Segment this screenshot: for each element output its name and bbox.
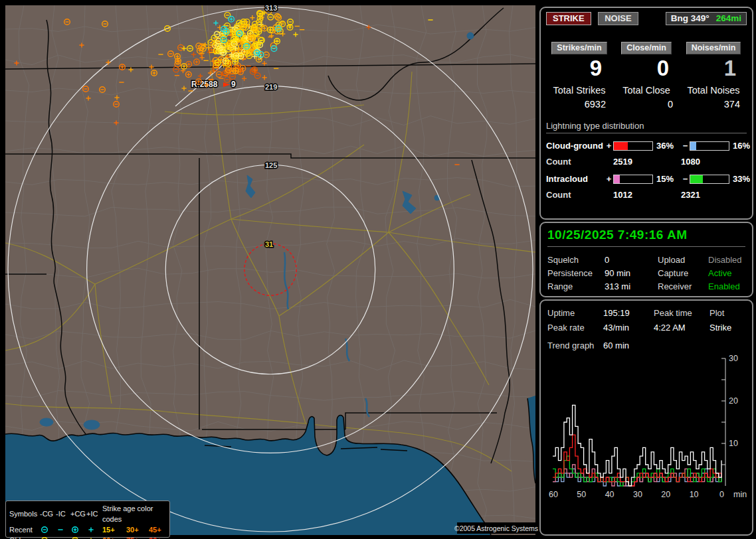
cloud-ground-label: Cloud-ground <box>546 141 605 151</box>
date-time-display: 10/25/2025 7:49:16 AM <box>547 228 745 247</box>
intracloud-count-row: Count 1012 2321 <box>546 190 747 200</box>
cloud-ground-count-row: Count 2519 1080 <box>546 157 747 167</box>
status-row: Range 313 mi Receiver Enabled <box>547 280 745 293</box>
legend-age-75: 75+ <box>126 535 149 539</box>
session-row: Peak rate 43/min 4:22 AM Strike <box>547 321 745 335</box>
session-panel: Uptime 195:19 Peak time Plot Peak rate 4… <box>539 299 753 536</box>
noises-column: Noises/min 1 Total Noises 374 <box>680 41 747 110</box>
close-per-min-label: Close/min <box>621 42 672 54</box>
legend-row-recent-label: Recent <box>9 524 40 535</box>
pos-ic-bar <box>613 175 653 184</box>
svg-text:30: 30 <box>633 490 642 499</box>
map-canvas[interactable]: R-2588931125219313 <box>5 5 535 535</box>
lightning-map[interactable]: R-2588931125219313 Symbols -CG -IC +CG +… <box>5 5 535 535</box>
count-label: Count <box>546 157 613 167</box>
upload-label: Upload <box>658 254 708 267</box>
minus-icon <box>56 535 70 539</box>
plot-label: Plot <box>709 306 745 321</box>
plus-sign: + <box>605 141 613 151</box>
neg-cg-percent: 16% <box>729 141 756 151</box>
capture-label: Capture <box>658 267 708 280</box>
neg-ic-percent: 33% <box>729 174 756 184</box>
svg-text:10: 10 <box>729 439 738 448</box>
ring-label-31: 31 <box>265 240 273 248</box>
trend-graph-chart: 3020106050403020100min <box>547 352 747 518</box>
pos-cg-bar <box>613 141 653 151</box>
legend-age-90: 90+ <box>149 535 170 539</box>
svg-text:50: 50 <box>577 490 586 499</box>
bearing-readout: Bng 349°264mi <box>666 12 747 25</box>
legend-age-30: 30+ <box>126 524 149 535</box>
upload-value: Disabled <box>708 254 745 267</box>
receiver-value: Enabled <box>708 280 745 293</box>
uptime-label: Uptime <box>547 306 603 321</box>
noises-per-min-value: 1 <box>680 57 747 80</box>
noise-toggle-button[interactable]: NOISE <box>598 12 638 25</box>
peak-rate-value: 43/min <box>603 321 654 335</box>
range-value: 313 mi <box>605 280 658 293</box>
strikes-per-min-value: 9 <box>546 57 613 80</box>
svg-text:20: 20 <box>661 490 670 499</box>
neg-ic-bar <box>690 175 729 184</box>
trend-x-labels: 6050403020100min <box>549 490 747 499</box>
uptime-value: 195:19 <box>603 306 654 321</box>
storm-cell-label: R-2588 <box>191 80 218 89</box>
svg-text:40: 40 <box>605 490 614 499</box>
svg-text:0: 0 <box>719 490 724 499</box>
ring-label-219: 219 <box>265 83 277 91</box>
ring-label-125: 125 <box>265 161 277 169</box>
svg-text:60: 60 <box>549 490 558 499</box>
plot-value: Strike <box>709 321 745 335</box>
pos-cg-percent: 36% <box>653 141 681 151</box>
cloud-ground-row: Cloud-ground + 36% − 16% <box>546 141 747 151</box>
intracloud-row: Intracloud + 15% − 33% <box>546 174 747 184</box>
minus-sign: − <box>681 174 690 184</box>
strikes-per-min-label: Strikes/min <box>551 42 607 54</box>
pos-cg-count: 2519 <box>613 157 681 167</box>
trend-graph-window: 60 min <box>603 341 745 350</box>
trend-y-axis <box>721 358 725 486</box>
minus-icon <box>56 524 70 535</box>
plus-icon <box>86 535 102 539</box>
legend-col-pos-cg: +CG <box>70 508 86 519</box>
nexstorm-window: R-2588931125219313 Symbols -CG -IC +CG +… <box>0 0 756 539</box>
strike-symbol-cm <box>42 527 48 533</box>
circle-minus-icon <box>40 524 56 535</box>
copyright-text: ©2005 Astrogenic Systems <box>457 522 535 534</box>
legend-age-45: 45+ <box>149 524 170 535</box>
trend-y-labels: 302010 <box>729 354 738 448</box>
neg-cg-bar <box>690 141 729 151</box>
total-noises-value: 374 <box>680 99 747 110</box>
minus-sign: − <box>681 141 690 151</box>
total-strikes-value: 6932 <box>546 99 613 110</box>
stats-panel: STRIKE NOISE Bng 349°264mi Strikes/min 9… <box>539 7 753 220</box>
trend-graph-row: Trend graph 60 min <box>547 341 745 350</box>
legend-col-neg-ic: -IC <box>56 508 70 519</box>
svg-text:10: 10 <box>690 490 699 499</box>
trend-graph-label: Trend graph <box>547 341 603 350</box>
close-per-min-value: 0 <box>613 57 680 80</box>
noises-per-min-label: Noises/min <box>686 42 741 54</box>
legend-col-pos-ic: +IC <box>86 508 102 519</box>
squelch-label: Squelch <box>547 254 605 267</box>
receiver-label: Receiver <box>658 280 708 293</box>
distribution-title: Lightning type distribution <box>546 121 747 133</box>
squelch-value: 0 <box>605 254 658 267</box>
legend-row-old-label: Old <box>9 535 40 539</box>
svg-text:20: 20 <box>729 396 738 406</box>
persistence-value: 90 min <box>605 267 658 280</box>
bearing-value: Bng 349° <box>671 13 709 23</box>
strike-symbol-p <box>88 527 93 532</box>
legend-age-title: Strike age color codes <box>102 503 170 524</box>
circle-plus-icon <box>70 535 86 539</box>
circle-plus-icon <box>70 524 86 535</box>
total-close-label: Total Close <box>613 85 680 96</box>
pos-ic-count: 1012 <box>613 190 681 200</box>
distance-value: 264mi <box>716 13 741 23</box>
trend-series <box>553 405 721 486</box>
peak-rate-label: Peak rate <box>547 321 603 335</box>
neg-ic-count: 2321 <box>681 190 747 200</box>
storm-cell-speed: 9 <box>231 80 236 89</box>
legend-col-neg-cg: -CG <box>40 508 56 519</box>
strike-toggle-button[interactable]: STRIKE <box>546 12 591 25</box>
